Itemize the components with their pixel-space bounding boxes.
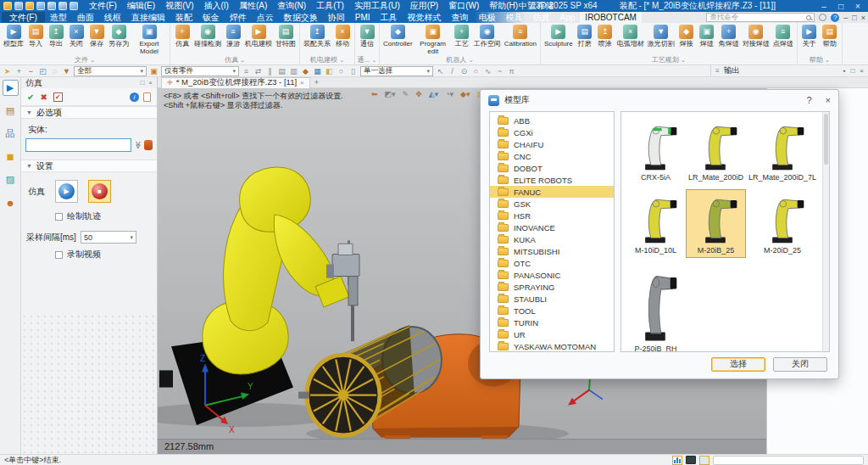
record-video-checkbox-row[interactable]: 录制视频 [21,246,157,263]
close-button[interactable]: × [853,2,863,11]
ribbon-tab-焊件[interactable]: 焊件 [225,12,252,23]
menu-item[interactable]: 插入(I) [198,0,233,12]
pan-icon[interactable]: ✥ [415,90,422,98]
ribbon-button-另存为[interactable]: ◆另存为 [107,24,131,48]
float-icon[interactable]: □ [850,67,854,75]
info-icon[interactable]: i [130,92,139,102]
folder-MITSUBISHI[interactable]: MITSUBISHI [490,245,614,257]
view-icon[interactable]: ◩▾ [385,90,396,98]
history-manager-icon[interactable]: 品 [3,126,19,142]
tool-icon[interactable]: ∿ [483,66,492,76]
ribbon-button-工作空间[interactable]: ◉工作空间 [472,24,503,48]
folder-DOBOT[interactable]: DOBOT [490,162,614,174]
ribbon-button-导入[interactable]: ▤导入 [25,24,46,48]
part-filter-icon[interactable]: ▣ [149,66,159,76]
panel-menu-icon[interactable]: ≡ [715,67,720,75]
folder-FANUC[interactable]: FANUC [490,186,614,198]
ribbon-tab-钣金[interactable]: 钣金 [198,12,225,23]
rotate-icon[interactable]: ◭▾ [429,90,438,98]
ribbon-tab-点云[interactable]: 点云 [252,12,279,23]
ribbon-tab-工具[interactable]: 工具 [376,12,403,23]
refresh-icon[interactable] [70,2,78,10]
folder-CGXi[interactable]: CGXi [490,126,614,138]
menu-item[interactable]: 编辑(E) [122,0,160,12]
pin-icon[interactable]: ▪ [843,67,846,75]
folder-SPRAYING[interactable]: SPRAYING [490,281,614,293]
dialog-title-bar[interactable]: 模型库 ? × [481,90,838,110]
ribbon-button-电弧增材[interactable]: ×电弧增材 [615,24,646,48]
tool-icon[interactable]: ▦ [313,66,322,76]
folder-GSK[interactable]: GSK [490,198,614,210]
ribbon-button-打磨[interactable]: ▤打磨 [575,24,595,48]
tool-icon[interactable]: ⇄ [253,66,263,76]
lasso-select-icon[interactable]: ◌ [50,66,59,76]
chart-status-icon[interactable] [672,456,682,465]
ribbon-tab-视觉样式[interactable]: 视觉样式 [403,12,447,23]
settings-section-header[interactable]: ▼ 设置 [21,160,157,172]
tool-icon[interactable]: / [448,66,457,76]
folder-HSR[interactable]: HSR [490,210,614,221]
ribbon-button-帮助[interactable]: ▤帮助 [820,24,840,48]
draw-track-checkbox-row[interactable]: 绘制轨迹 [21,208,157,225]
tool-icon[interactable]: ⊙ [459,66,469,76]
ribbon-tab-线框[interactable]: 线框 [99,12,126,23]
menu-item[interactable]: 应用(P) [405,0,443,12]
cube-icon[interactable]: ◆▾ [460,90,470,98]
folder-KUKA[interactable]: KUKA [490,233,614,245]
simulation-manager-icon[interactable]: ▶ [3,80,19,96]
save-icon[interactable] [36,2,45,10]
ribbon-button-甘特图[interactable]: ▤甘特图 [274,24,298,48]
robot-thumbnail-P-250iB_RH[interactable]: P-250iB_RH [626,262,686,352]
tool-icon[interactable]: π [507,66,516,76]
restore-button[interactable]: □ [836,2,846,11]
ribbon-button-Program edit[interactable]: ▣Program edit [415,24,452,55]
role-manager-icon[interactable]: ☻ [3,194,19,210]
view-manager-icon[interactable]: ▨ [3,171,19,188]
ribbon-button-工艺[interactable]: +工艺 [452,24,472,48]
folder-TURIN[interactable]: TURIN [490,317,614,328]
dock-icon[interactable]: □ [140,79,144,87]
ribbon-tab-电极[interactable]: 电极 [474,12,501,23]
folder-PANASONIC[interactable]: PANASONIC [490,269,614,281]
ribbon-button-焊接[interactable]: ◆焊接 [676,24,697,48]
doc-restore-button[interactable]: □ [852,14,856,22]
group-expander-icon[interactable]: ⌄ [90,57,95,63]
pick-icon[interactable] [144,140,153,150]
doc-minimize-button[interactable]: – [843,14,848,22]
tab-file[interactable]: 文件(F) [2,12,45,23]
ribbon-tab-IROBOTCAM[interactable]: IROBOTCAM [580,12,642,23]
shade-icon[interactable]: ◔▾ [445,90,453,98]
stop-button[interactable]: ■ [88,180,111,203]
ribbon-button-Sculpture[interactable]: ▶Sculpture [542,24,575,48]
tool-icon[interactable]: ≡ [242,66,251,76]
group-expander-icon[interactable]: ⌄ [825,57,830,63]
ribbon-button-Export Model[interactable]: ▣Export Model [131,24,168,55]
robot-thumbnail-M-20iD_25[interactable]: M-20iD_25 [746,189,819,258]
tool-icon[interactable]: ~ [495,66,504,76]
folder-ABB[interactable]: ABB [490,115,614,126]
ribbon-tab-数据交换[interactable]: 数据交换 [279,12,323,23]
folder-YASKAWA MOTOMAN[interactable]: YASKAWA MOTOMAN [490,340,614,352]
assembly-manager-icon[interactable]: ▤ [3,103,19,119]
folder-CHAIFU[interactable]: CHAIFU [490,138,614,150]
play-button[interactable]: ▶ [55,180,78,203]
folder-UR[interactable]: UR [490,328,614,340]
group-expander-icon[interactable]: ⌄ [681,57,686,63]
new-tab-button[interactable]: + [314,78,319,87]
menu-item[interactable]: 查询(N) [272,0,311,12]
checkbox[interactable] [55,213,63,221]
folder-TOOL[interactable]: TOOL [490,305,614,317]
menu-item[interactable]: 属性(A) [234,0,272,12]
filter-chart-icon[interactable]: ▼ [62,66,71,76]
remove-entity-icon[interactable]: − [26,66,36,76]
open-file-icon[interactable] [25,2,34,10]
robot-thumbnail-M-10iD_10L[interactable]: M-10iD_10L [626,189,686,258]
select-button[interactable]: 选择 [711,357,765,372]
new-file-icon[interactable] [14,2,23,10]
filter-all-dropdown[interactable]: 全部 ▾ [74,66,147,76]
ribbon-button-漫游[interactable]: ≡漫游 [223,24,243,48]
undo-icon[interactable] [47,2,56,10]
display-status-icon[interactable] [686,456,696,464]
selection-mode-dropdown[interactable]: 单一选择 ▾ [360,66,433,76]
ribbon-tab-曲面[interactable]: 曲面 [72,12,99,23]
